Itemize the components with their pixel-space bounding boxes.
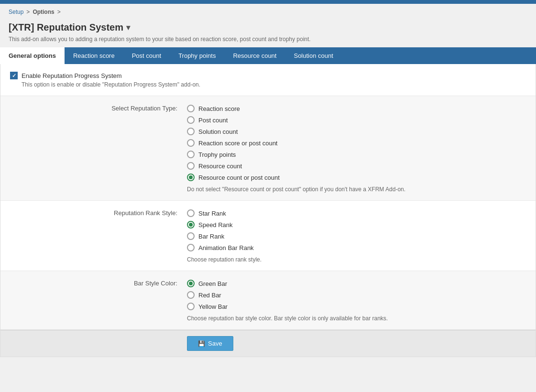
- enable-description: This option is enable or disable "Reputa…: [22, 81, 526, 88]
- radio-reaction-score-indicator: [187, 105, 195, 112]
- radio-trophy-points-indicator: [187, 151, 195, 158]
- radio-reaction-or-post-label: Reaction score or post count: [198, 140, 277, 147]
- tab-resource-count[interactable]: Resource count: [224, 47, 285, 64]
- radio-red-bar-label: Red Bar: [198, 292, 221, 299]
- reputation-type-label: Select Reputation Type:: [10, 104, 187, 193]
- reputation-type-hint: Do not select "Resource count or post co…: [187, 186, 526, 193]
- rank-style-row: Reputation Rank Style: Star Rank Speed R…: [0, 201, 536, 271]
- radio-resource-or-post-indicator: [187, 174, 195, 181]
- page-description: This add-on allows you to adding a reput…: [0, 34, 536, 47]
- radio-speed-rank[interactable]: Speed Rank: [187, 220, 526, 229]
- radio-yellow-bar[interactable]: Yellow Bar: [187, 302, 526, 311]
- radio-solution-count-label: Solution count: [198, 128, 238, 135]
- bar-style-color-label: Bar Style Color:: [10, 279, 187, 322]
- radio-yellow-bar-label: Yellow Bar: [198, 303, 228, 310]
- footer-row: 💾 Save: [0, 330, 536, 357]
- radio-speed-rank-label: Speed Rank: [198, 221, 233, 229]
- radio-solution-count[interactable]: Solution count: [187, 127, 526, 136]
- radio-green-bar-label: Green Bar: [198, 280, 227, 287]
- radio-speed-rank-indicator: [187, 221, 195, 229]
- breadcrumb-setup[interactable]: Setup: [9, 9, 23, 15]
- breadcrumb: Setup > Options >: [0, 4, 536, 20]
- radio-yellow-bar-indicator: [187, 303, 195, 310]
- radio-animation-bar-rank[interactable]: Animation Bar Rank: [187, 243, 526, 252]
- radio-reaction-or-post[interactable]: Reaction score or post count: [187, 138, 526, 148]
- tab-post-count[interactable]: Post count: [123, 47, 170, 64]
- radio-bar-rank[interactable]: Bar Rank: [187, 231, 526, 241]
- tab-trophy-points[interactable]: Trophy points: [170, 47, 224, 64]
- page-title-dropdown[interactable]: ▾: [126, 23, 130, 32]
- bar-style-color-hint: Choose reputation bar style color. Bar s…: [187, 315, 526, 322]
- radio-resource-count[interactable]: Resource count: [187, 161, 526, 171]
- radio-green-bar-indicator: [187, 280, 195, 287]
- page-header: [XTR] Reputation System ▾: [0, 20, 536, 34]
- top-bar: [0, 0, 536, 4]
- radio-solution-count-indicator: [187, 128, 195, 135]
- save-icon: 💾: [198, 340, 205, 347]
- page-title-text: [XTR] Reputation System: [9, 22, 123, 33]
- tab-general[interactable]: General options: [0, 47, 65, 64]
- reputation-type-controls: Reaction score Post count Solution count…: [187, 104, 526, 193]
- radio-star-rank-indicator: [187, 209, 195, 217]
- enable-checkbox[interactable]: ✓: [10, 72, 18, 79]
- radio-star-rank[interactable]: Star Rank: [187, 208, 526, 218]
- radio-star-rank-label: Star Rank: [198, 210, 226, 217]
- enable-label: Enable Reputation Progress System: [22, 72, 122, 79]
- radio-reaction-score[interactable]: Reaction score: [187, 104, 526, 113]
- radio-bar-rank-indicator: [187, 232, 195, 240]
- tab-reaction-score[interactable]: Reaction score: [65, 47, 123, 64]
- radio-resource-count-label: Resource count: [198, 163, 242, 170]
- radio-reaction-or-post-indicator: [187, 139, 195, 147]
- breadcrumb-sep-2: >: [57, 9, 61, 15]
- rank-style-label: Reputation Rank Style:: [10, 208, 187, 263]
- enable-section: ✓ Enable Reputation Progress System This…: [0, 64, 536, 96]
- reputation-type-row: Select Reputation Type: Reaction score P…: [0, 96, 536, 201]
- radio-post-count-label: Post count: [198, 117, 228, 124]
- radio-post-count[interactable]: Post count: [187, 115, 526, 125]
- tabs-container: General options Reaction score Post coun…: [0, 47, 536, 64]
- radio-red-bar-indicator: [187, 291, 195, 299]
- rank-style-controls: Star Rank Speed Rank Bar Rank Animation …: [187, 208, 526, 263]
- breadcrumb-sep-1: >: [26, 9, 30, 15]
- radio-red-bar[interactable]: Red Bar: [187, 290, 526, 300]
- radio-resource-or-post[interactable]: Resource count or post count: [187, 173, 526, 182]
- radio-post-count-indicator: [187, 116, 195, 124]
- radio-animation-bar-rank-label: Animation Bar Rank: [198, 244, 254, 251]
- page-title: [XTR] Reputation System ▾: [9, 22, 527, 33]
- radio-resource-count-indicator: [187, 162, 195, 170]
- radio-trophy-points-label: Trophy points: [198, 151, 236, 158]
- save-label: Save: [208, 340, 222, 347]
- enable-checkbox-label[interactable]: ✓ Enable Reputation Progress System: [10, 72, 526, 79]
- save-button[interactable]: 💾 Save: [187, 336, 233, 351]
- bar-style-color-row: Bar Style Color: Green Bar Red Bar Yello…: [0, 271, 536, 330]
- radio-resource-or-post-label: Resource count or post count: [198, 174, 280, 181]
- tab-solution-count[interactable]: Solution count: [285, 47, 341, 64]
- breadcrumb-options: Options: [33, 9, 54, 15]
- radio-animation-bar-rank-indicator: [187, 244, 195, 251]
- bar-style-color-controls: Green Bar Red Bar Yellow Bar Choose repu…: [187, 279, 526, 322]
- radio-green-bar[interactable]: Green Bar: [187, 279, 526, 288]
- radio-trophy-points[interactable]: Trophy points: [187, 150, 526, 159]
- radio-bar-rank-label: Bar Rank: [198, 233, 224, 240]
- content-area: ✓ Enable Reputation Progress System This…: [0, 64, 536, 357]
- rank-style-hint: Choose reputation rank style.: [187, 256, 526, 263]
- radio-reaction-score-label: Reaction score: [198, 105, 240, 112]
